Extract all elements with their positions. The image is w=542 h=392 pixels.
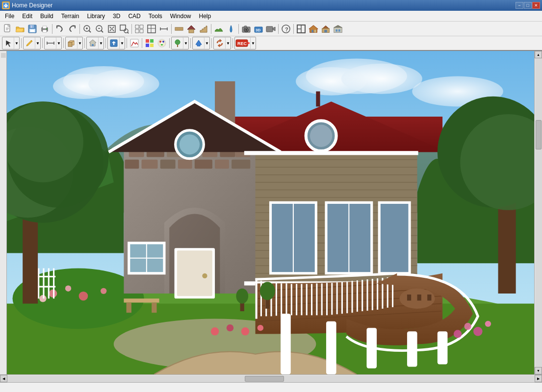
svg-rect-212	[152, 303, 156, 313]
svg-point-95	[79, 292, 88, 301]
svg-rect-22	[108, 25, 115, 32]
terrain-feature-button[interactable]	[213, 23, 225, 35]
trace-button[interactable]	[129, 37, 140, 49]
svg-rect-179	[346, 281, 348, 313]
dimension-tool-button[interactable]	[45, 37, 56, 49]
canvas-area[interactable]	[7, 51, 534, 374]
scroll-up-button[interactable]: ▲	[535, 51, 542, 58]
open-button[interactable]	[14, 23, 26, 35]
scroll-right-button[interactable]: ▶	[535, 375, 542, 382]
svg-rect-211	[127, 303, 131, 313]
record-button[interactable]: REC	[235, 37, 251, 49]
h-scrollbar-track[interactable]	[7, 375, 535, 382]
plant-button[interactable]	[172, 37, 183, 49]
svg-line-25	[128, 32, 129, 33]
menu-3d[interactable]: 3D	[109, 11, 124, 21]
sep-t9	[190, 38, 191, 48]
menu-help[interactable]: Help	[195, 11, 215, 21]
close-button[interactable]: ✕	[532, 2, 540, 9]
svg-rect-70	[146, 44, 149, 47]
menu-build[interactable]: Build	[36, 11, 57, 21]
svg-rect-57	[334, 27, 342, 32]
zoom-in-button[interactable]	[81, 23, 93, 35]
video-button[interactable]	[265, 23, 277, 35]
menu-terrain[interactable]: Terrain	[57, 11, 83, 21]
camera-button[interactable]	[240, 23, 252, 35]
h-scrollbar-thumb[interactable]	[245, 376, 284, 382]
scrollbar-track[interactable]	[535, 58, 542, 367]
floor-plan-button[interactable]	[295, 23, 307, 35]
arrow-select-button[interactable]	[2, 37, 14, 49]
export-dropdown[interactable]: ▼	[120, 37, 125, 49]
3d-view-button[interactable]: 3D	[253, 23, 264, 35]
redo-button[interactable]	[66, 23, 78, 35]
menu-cad[interactable]: CAD	[124, 11, 144, 21]
svg-rect-143	[244, 151, 418, 155]
plant-dropdown[interactable]: ▼	[183, 37, 188, 49]
record-dropdown[interactable]: ▼	[251, 37, 256, 49]
block-dropdown[interactable]: ▼	[77, 37, 82, 49]
rotate-dropdown[interactable]: ▼	[226, 37, 231, 49]
zoom-fit-button[interactable]	[106, 23, 118, 35]
svg-rect-183	[366, 279, 368, 311]
menu-edit[interactable]: Edit	[18, 11, 36, 21]
help-button[interactable]: ?	[280, 23, 292, 35]
svg-rect-135	[178, 160, 192, 169]
pencil-button[interactable]	[24, 37, 35, 49]
zoom-out-button[interactable]	[94, 23, 105, 35]
select-similar-button[interactable]	[133, 23, 145, 35]
undo-button[interactable]	[54, 23, 66, 35]
sep-t10	[211, 38, 212, 48]
stairs-button[interactable]	[198, 23, 209, 35]
menu-file[interactable]: File	[1, 11, 18, 21]
menu-library[interactable]: Library	[83, 11, 109, 21]
house-tool-dropdown[interactable]: ▼	[99, 37, 103, 49]
svg-point-142	[310, 125, 332, 147]
zoom-window-button[interactable]	[118, 23, 130, 35]
move-up-button[interactable]	[193, 37, 205, 49]
minimize-button[interactable]: −	[516, 2, 523, 9]
new-button[interactable]	[2, 23, 14, 35]
svg-rect-166	[281, 283, 282, 316]
svg-rect-12	[43, 26, 47, 28]
svg-rect-178	[341, 282, 343, 314]
wall-button[interactable]	[173, 23, 185, 35]
scroll-down-button[interactable]: ▼	[535, 367, 542, 374]
water-button[interactable]	[225, 23, 237, 35]
layout-button[interactable]	[146, 23, 157, 35]
house-btn[interactable]	[308, 23, 319, 35]
sep-t2	[42, 38, 43, 48]
roof-button[interactable]	[185, 23, 197, 35]
toolbar-1: 3D ?	[0, 22, 542, 36]
palette-button[interactable]	[156, 37, 168, 49]
maximize-button[interactable]: □	[524, 2, 532, 9]
rotate-button[interactable]	[214, 37, 226, 49]
svg-rect-161	[256, 278, 258, 319]
up-dropdown[interactable]: ▼	[205, 37, 209, 49]
title-bar-controls: − □ ✕	[516, 2, 540, 9]
house-tool-button[interactable]	[87, 37, 99, 49]
dim-dropdown[interactable]: ▼	[56, 37, 61, 49]
svg-rect-10	[30, 30, 34, 32]
export-button[interactable]	[108, 37, 120, 49]
dim-tool-group: ▼	[44, 37, 62, 49]
draw-dropdown[interactable]: ▼	[35, 37, 40, 49]
cabin-btn[interactable]	[320, 23, 332, 35]
svg-rect-176	[331, 283, 333, 315]
svg-rect-191	[366, 328, 377, 368]
svg-rect-8	[31, 25, 32, 28]
svg-rect-47	[266, 26, 273, 32]
modern-house-btn[interactable]	[332, 23, 344, 35]
texture-button[interactable]	[144, 37, 155, 49]
svg-rect-26	[135, 25, 139, 28]
scrollbar-thumb[interactable]	[536, 120, 542, 149]
menu-window[interactable]: Window	[166, 11, 195, 21]
print-button[interactable]	[39, 23, 51, 35]
block-button[interactable]	[66, 37, 77, 49]
dimension-button[interactable]	[158, 23, 170, 35]
scroll-left-button[interactable]: ◀	[0, 375, 7, 382]
save-button[interactable]	[26, 23, 38, 35]
svg-rect-177	[336, 282, 338, 314]
select-dropdown[interactable]: ▼	[14, 37, 19, 49]
menu-tools[interactable]: Tools	[145, 11, 166, 21]
